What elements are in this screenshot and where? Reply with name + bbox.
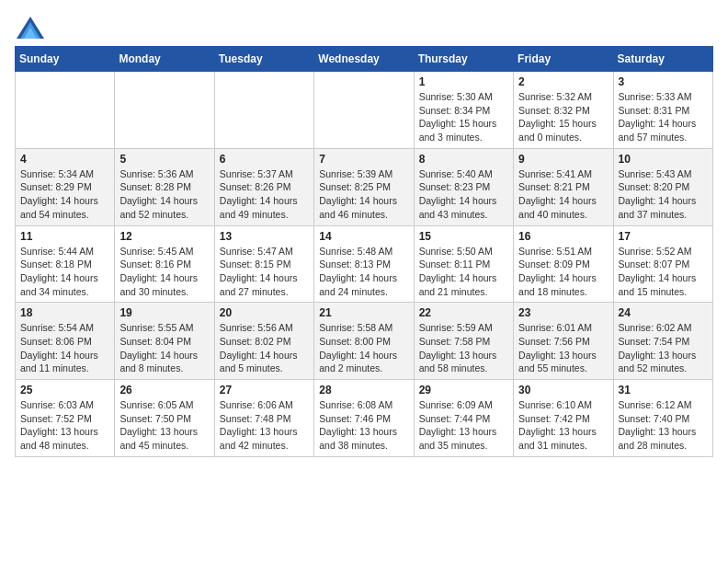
- calendar-cell: [16, 72, 115, 149]
- day-detail: Sunrise: 5:43 AM Sunset: 8:20 PM Dayligh…: [619, 167, 708, 222]
- calendar-cell: 27Sunrise: 6:06 AM Sunset: 7:48 PM Dayli…: [214, 380, 313, 457]
- day-detail: Sunrise: 5:56 AM Sunset: 8:02 PM Dayligh…: [220, 321, 309, 375]
- calendar-cell: [214, 72, 313, 149]
- logo-icon: [15, 15, 42, 37]
- day-number: 31: [619, 384, 708, 396]
- day-number: 4: [20, 153, 109, 166]
- calendar-cell: 1Sunrise: 5:30 AM Sunset: 8:34 PM Daylig…: [414, 72, 513, 149]
- day-detail: Sunrise: 5:36 AM Sunset: 8:28 PM Dayligh…: [119, 167, 209, 222]
- calendar-cell: 28Sunrise: 6:08 AM Sunset: 7:46 PM Dayli…: [314, 380, 414, 457]
- calendar-cell: 30Sunrise: 6:10 AM Sunset: 7:42 PM Dayli…: [514, 380, 613, 457]
- day-detail: Sunrise: 5:54 AM Sunset: 8:06 PM Dayligh…: [20, 321, 109, 375]
- calendar-week-row: 4Sunrise: 5:34 AM Sunset: 8:29 PM Daylig…: [16, 148, 713, 225]
- day-number: 14: [319, 230, 408, 243]
- weekday-header-cell: Tuesday: [214, 47, 313, 72]
- day-number: 20: [220, 306, 309, 319]
- calendar-cell: 29Sunrise: 6:09 AM Sunset: 7:44 PM Dayli…: [414, 380, 513, 457]
- day-detail: Sunrise: 5:47 AM Sunset: 8:15 PM Dayligh…: [220, 245, 309, 299]
- day-detail: Sunrise: 5:39 AM Sunset: 8:25 PM Dayligh…: [319, 167, 408, 222]
- calendar-cell: 19Sunrise: 5:55 AM Sunset: 8:04 PM Dayli…: [115, 303, 214, 380]
- day-number: 24: [619, 306, 708, 319]
- calendar-cell: 16Sunrise: 5:51 AM Sunset: 8:09 PM Dayli…: [514, 225, 613, 303]
- calendar-cell: 3Sunrise: 5:33 AM Sunset: 8:31 PM Daylig…: [613, 72, 712, 149]
- calendar-table: SundayMondayTuesdayWednesdayThursdayFrid…: [15, 46, 713, 457]
- calendar-cell: 8Sunrise: 5:40 AM Sunset: 8:23 PM Daylig…: [414, 148, 513, 225]
- day-detail: Sunrise: 5:45 AM Sunset: 8:16 PM Dayligh…: [119, 245, 209, 299]
- day-detail: Sunrise: 6:05 AM Sunset: 7:50 PM Dayligh…: [119, 398, 209, 453]
- calendar-cell: 20Sunrise: 5:56 AM Sunset: 8:02 PM Dayli…: [214, 303, 313, 380]
- calendar-cell: 22Sunrise: 5:59 AM Sunset: 7:58 PM Dayli…: [414, 303, 513, 380]
- calendar-week-row: 25Sunrise: 6:03 AM Sunset: 7:52 PM Dayli…: [16, 380, 713, 457]
- calendar-cell: 7Sunrise: 5:39 AM Sunset: 8:25 PM Daylig…: [314, 148, 414, 225]
- weekday-header-cell: Wednesday: [314, 47, 414, 72]
- day-detail: Sunrise: 5:51 AM Sunset: 8:09 PM Dayligh…: [518, 245, 608, 299]
- weekday-header-cell: Thursday: [414, 47, 513, 72]
- calendar-cell: 4Sunrise: 5:34 AM Sunset: 8:29 PM Daylig…: [16, 148, 115, 225]
- calendar-cell: 11Sunrise: 5:44 AM Sunset: 8:18 PM Dayli…: [16, 225, 115, 303]
- day-detail: Sunrise: 5:58 AM Sunset: 8:00 PM Dayligh…: [319, 321, 408, 375]
- day-number: 11: [20, 230, 109, 243]
- calendar-cell: [115, 72, 214, 149]
- calendar-cell: 18Sunrise: 5:54 AM Sunset: 8:06 PM Dayli…: [16, 303, 115, 380]
- day-number: 27: [220, 384, 309, 396]
- calendar-cell: 14Sunrise: 5:48 AM Sunset: 8:13 PM Dayli…: [314, 225, 414, 303]
- weekday-header-cell: Saturday: [613, 47, 712, 72]
- calendar-cell: 13Sunrise: 5:47 AM Sunset: 8:15 PM Dayli…: [214, 225, 313, 303]
- weekday-header-row: SundayMondayTuesdayWednesdayThursdayFrid…: [16, 47, 713, 72]
- calendar-cell: 25Sunrise: 6:03 AM Sunset: 7:52 PM Dayli…: [16, 380, 115, 457]
- day-detail: Sunrise: 5:40 AM Sunset: 8:23 PM Dayligh…: [419, 167, 508, 222]
- calendar-body: 1Sunrise: 5:30 AM Sunset: 8:34 PM Daylig…: [16, 72, 713, 457]
- day-detail: Sunrise: 5:44 AM Sunset: 8:18 PM Dayligh…: [20, 245, 109, 299]
- calendar-cell: 10Sunrise: 5:43 AM Sunset: 8:20 PM Dayli…: [613, 148, 712, 225]
- calendar-cell: 31Sunrise: 6:12 AM Sunset: 7:40 PM Dayli…: [613, 380, 712, 457]
- day-detail: Sunrise: 6:06 AM Sunset: 7:48 PM Dayligh…: [220, 398, 309, 453]
- calendar-cell: 12Sunrise: 5:45 AM Sunset: 8:16 PM Dayli…: [115, 225, 214, 303]
- day-number: 17: [619, 230, 708, 243]
- day-number: 19: [119, 306, 209, 319]
- day-detail: Sunrise: 5:50 AM Sunset: 8:11 PM Dayligh…: [419, 245, 508, 299]
- day-detail: Sunrise: 6:02 AM Sunset: 7:54 PM Dayligh…: [619, 321, 708, 375]
- calendar-week-row: 11Sunrise: 5:44 AM Sunset: 8:18 PM Dayli…: [16, 225, 713, 303]
- day-detail: Sunrise: 5:37 AM Sunset: 8:26 PM Dayligh…: [220, 167, 309, 222]
- weekday-header-cell: Friday: [514, 47, 613, 72]
- calendar-cell: [314, 72, 414, 149]
- calendar-week-row: 1Sunrise: 5:30 AM Sunset: 8:34 PM Daylig…: [16, 72, 713, 149]
- day-number: 23: [518, 306, 608, 319]
- day-detail: Sunrise: 5:30 AM Sunset: 8:34 PM Dayligh…: [419, 90, 508, 144]
- day-detail: Sunrise: 5:41 AM Sunset: 8:21 PM Dayligh…: [518, 167, 608, 222]
- day-detail: Sunrise: 6:01 AM Sunset: 7:56 PM Dayligh…: [518, 321, 608, 375]
- day-number: 16: [518, 230, 608, 243]
- day-number: 3: [619, 75, 708, 88]
- day-detail: Sunrise: 5:48 AM Sunset: 8:13 PM Dayligh…: [319, 245, 408, 299]
- calendar-cell: 9Sunrise: 5:41 AM Sunset: 8:21 PM Daylig…: [514, 148, 613, 225]
- day-number: 26: [119, 384, 209, 396]
- calendar-cell: 26Sunrise: 6:05 AM Sunset: 7:50 PM Dayli…: [115, 380, 214, 457]
- day-detail: Sunrise: 5:32 AM Sunset: 8:32 PM Dayligh…: [518, 90, 608, 144]
- day-detail: Sunrise: 5:59 AM Sunset: 7:58 PM Dayligh…: [419, 321, 508, 375]
- day-number: 2: [518, 75, 608, 88]
- day-number: 6: [220, 153, 309, 166]
- day-number: 28: [319, 384, 408, 396]
- day-number: 30: [518, 384, 608, 396]
- calendar-cell: 17Sunrise: 5:52 AM Sunset: 8:07 PM Dayli…: [613, 225, 712, 303]
- day-number: 25: [20, 384, 109, 396]
- day-detail: Sunrise: 6:08 AM Sunset: 7:46 PM Dayligh…: [319, 398, 408, 453]
- calendar-cell: 2Sunrise: 5:32 AM Sunset: 8:32 PM Daylig…: [514, 72, 613, 149]
- day-number: 13: [220, 230, 309, 243]
- day-detail: Sunrise: 6:09 AM Sunset: 7:44 PM Dayligh…: [419, 398, 508, 453]
- day-number: 1: [419, 75, 508, 88]
- calendar-cell: 15Sunrise: 5:50 AM Sunset: 8:11 PM Dayli…: [414, 225, 513, 303]
- day-number: 10: [619, 153, 708, 166]
- day-detail: Sunrise: 6:03 AM Sunset: 7:52 PM Dayligh…: [20, 398, 109, 453]
- day-detail: Sunrise: 6:12 AM Sunset: 7:40 PM Dayligh…: [619, 398, 708, 453]
- calendar-cell: 6Sunrise: 5:37 AM Sunset: 8:26 PM Daylig…: [214, 148, 313, 225]
- day-detail: Sunrise: 5:52 AM Sunset: 8:07 PM Dayligh…: [619, 245, 708, 299]
- day-number: 5: [119, 153, 209, 166]
- page-header: [15, 15, 713, 37]
- day-number: 18: [20, 306, 109, 319]
- calendar-cell: 21Sunrise: 5:58 AM Sunset: 8:00 PM Dayli…: [314, 303, 414, 380]
- calendar-cell: 5Sunrise: 5:36 AM Sunset: 8:28 PM Daylig…: [115, 148, 214, 225]
- day-detail: Sunrise: 5:55 AM Sunset: 8:04 PM Dayligh…: [119, 321, 209, 375]
- day-number: 9: [518, 153, 608, 166]
- day-number: 22: [419, 306, 508, 319]
